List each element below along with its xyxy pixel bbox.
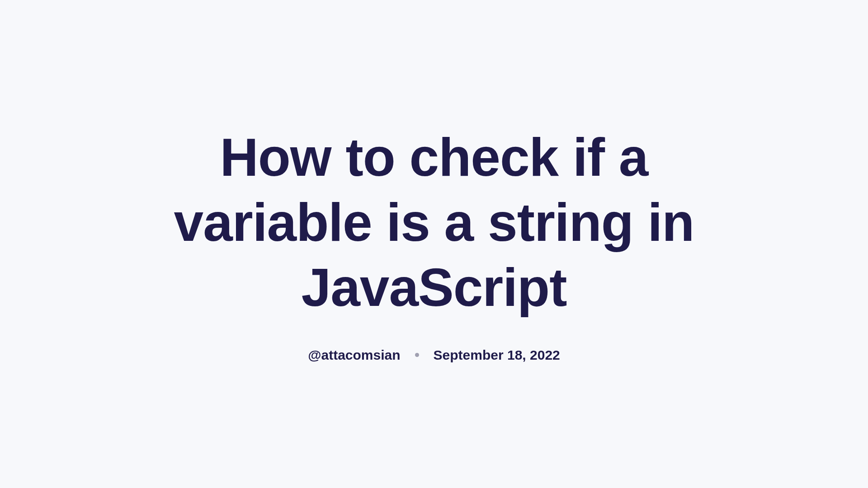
article-title: How to check if a variable is a string i… (118, 125, 750, 320)
meta-separator (415, 353, 419, 357)
article-header: How to check if a variable is a string i… (118, 125, 750, 363)
publish-date: September 18, 2022 (434, 347, 560, 363)
author-handle[interactable]: @attacomsian (308, 347, 400, 363)
article-meta: @attacomsian September 18, 2022 (308, 347, 560, 363)
